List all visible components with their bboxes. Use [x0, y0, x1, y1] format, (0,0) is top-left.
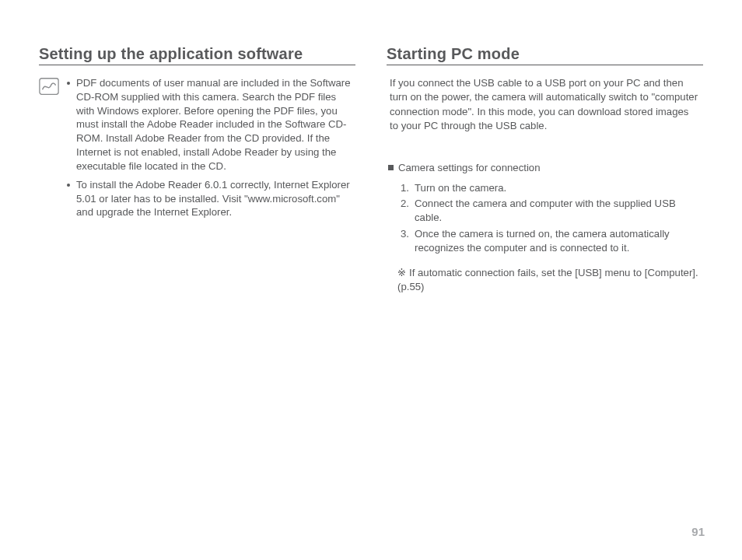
svg-rect-0	[40, 79, 58, 95]
list-item: Once the camera is turned on, the camera…	[401, 227, 703, 255]
right-heading: Starting PC mode	[387, 45, 703, 65]
left-column: Setting up the application software PDF …	[39, 45, 355, 529]
intro-paragraph: If you connect the USB cable to a USB po…	[390, 76, 703, 134]
footnote: ※If automatic connection fails, set the …	[387, 266, 703, 294]
list-item: Connect the camera and computer with the…	[401, 197, 703, 225]
page: Setting up the application software PDF …	[0, 0, 742, 560]
page-number: 91	[691, 525, 705, 538]
reference-mark-icon: ※	[397, 267, 406, 278]
bullet-list: PDF documents of user manual are include…	[67, 76, 355, 224]
list-item: To install the Adobe Reader 6.0.1 correc…	[67, 178, 355, 219]
list-item: PDF documents of user manual are include…	[67, 76, 355, 173]
note-icon	[39, 78, 59, 95]
subheading-text: Camera settings for connection	[398, 162, 541, 173]
left-heading: Setting up the application software	[39, 45, 355, 65]
square-bullet-icon	[388, 165, 394, 170]
steps-list: Turn on the camera. Connect the camera a…	[387, 181, 703, 255]
note-block: PDF documents of user manual are include…	[39, 76, 355, 224]
right-column: Starting PC mode If you connect the USB …	[387, 45, 703, 529]
footnote-text: If automatic connection fails, set the […	[397, 267, 698, 292]
subheading: Camera settings for connection	[387, 162, 703, 173]
list-item: Turn on the camera.	[401, 181, 703, 195]
